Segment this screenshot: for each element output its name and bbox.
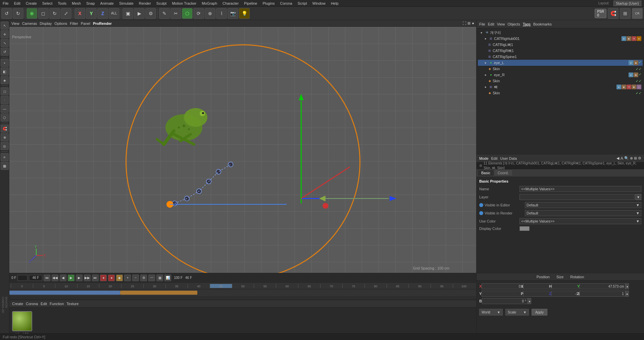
om-tags-btn[interactable]: Tags	[523, 22, 531, 26]
next-frame-btn[interactable]: ▶	[76, 275, 83, 281]
y-pos-input[interactable]	[580, 283, 626, 289]
coord-system-dropdown[interactable]: World ▼	[479, 309, 503, 315]
menu-plugins[interactable]: Plugins	[260, 1, 277, 5]
texture-mode[interactable]: ◧	[1, 67, 9, 76]
next-keyframe-btn[interactable]: ▶▶	[84, 275, 91, 281]
menu-sculpt[interactable]: Sculpt	[154, 1, 169, 5]
vp-display-btn[interactable]: Display	[40, 21, 52, 26]
menu-render[interactable]: Render	[136, 1, 154, 5]
obj-row-skin2[interactable]: ◆ Skin ✓ ✓	[478, 78, 643, 84]
props-mode-btn[interactable]: Mode	[479, 156, 489, 160]
x-axis-btn[interactable]: X	[75, 8, 85, 19]
props-edit-btn[interactable]: Edit	[491, 156, 498, 160]
y-pos-arr[interactable]: ▲	[626, 283, 629, 289]
name-input[interactable]	[519, 186, 641, 192]
visible-render-dropdown[interactable]: Default ▼	[525, 210, 641, 216]
menu-select[interactable]: Select	[40, 1, 55, 5]
extrude-btn[interactable]: ⬡	[182, 8, 193, 19]
snap2-btn[interactable]: ⊞	[620, 8, 631, 19]
menu-snap[interactable]: Snap	[84, 1, 98, 5]
menu-edit[interactable]: Edit	[11, 1, 23, 5]
apply-button[interactable]: Apply	[532, 309, 547, 315]
pt-mode[interactable]: ·	[1, 96, 9, 104]
timeline-btn[interactable]: 📊	[164, 275, 171, 281]
rotate-tool[interactable]: ↺	[1, 48, 9, 56]
light-btn[interactable]: 💡	[239, 8, 250, 19]
mat-edit-btn[interactable]: Edit	[41, 302, 47, 306]
y-axis-btn[interactable]: Y	[86, 8, 97, 19]
menu-animate[interactable]: Animate	[98, 1, 116, 5]
props-userdata-btn[interactable]: User Data	[500, 156, 517, 160]
mat-create-btn[interactable]: Create	[12, 302, 23, 306]
layout-value[interactable]: Startup (User)	[613, 1, 641, 6]
render-region-btn[interactable]: ▣	[122, 8, 133, 19]
render-btn[interactable]: ▶	[134, 8, 145, 19]
vp-cameras-btn[interactable]: Cameras	[22, 21, 37, 26]
select-btn[interactable]: ◻	[38, 8, 49, 19]
scale-tool[interactable]: ⤡	[1, 39, 9, 47]
axis-tool[interactable]: ⊕	[1, 133, 9, 141]
menu-tools[interactable]: Tools	[55, 1, 69, 5]
layers-btn[interactable]: ≡	[1, 153, 9, 161]
prev-keyframe-btn[interactable]: ◀◀	[52, 275, 58, 281]
pi4[interactable]: ⊞	[634, 156, 637, 161]
display-color-swatch[interactable]	[519, 226, 530, 231]
poly-mode[interactable]: ⬡	[1, 113, 9, 122]
mat-corona-btn[interactable]: Corona	[26, 302, 38, 306]
pointer-tool[interactable]: ↖	[1, 21, 9, 30]
z-size-input[interactable]	[580, 291, 626, 297]
obj-mode[interactable]: ◻	[1, 87, 9, 95]
viewport-canvas[interactable]: Perspective	[9, 27, 476, 273]
rotate-btn[interactable]: ↻	[49, 8, 60, 19]
move-tool[interactable]: ✛	[1, 30, 9, 38]
visible-editor-radio[interactable]	[479, 203, 483, 207]
pi2[interactable]: 🔍	[624, 156, 629, 161]
scale-dropdown[interactable]: Scale ▼	[505, 309, 529, 315]
play-btn[interactable]: ▶	[68, 275, 75, 281]
obj-row-skin1[interactable]: ◆ Skin ✓ ✓	[478, 66, 643, 72]
b-rot-input[interactable]	[482, 298, 528, 304]
vp-panel-btn[interactable]: Panel	[81, 21, 90, 26]
obj-row-cathub[interactable]: ▸ ⊞ CATRigHub001 ● ■ ✕ ●	[478, 36, 643, 42]
redo-btn[interactable]: ↻	[13, 8, 23, 19]
snap-btn[interactable]: 🧲	[608, 8, 618, 19]
layer-input[interactable]	[519, 194, 635, 200]
menu-motiontracker[interactable]: Motion Tracker	[169, 1, 199, 5]
menu-pipeline[interactable]: Pipeline	[241, 1, 260, 5]
all-axes-btn[interactable]: ALL	[109, 8, 119, 19]
motion-path-btn[interactable]: 〰	[148, 275, 155, 281]
material-item-1[interactable]: blinn1S0	[12, 311, 32, 336]
snap-tool[interactable]: 🧲	[1, 125, 9, 133]
menu-create[interactable]: Create	[23, 1, 40, 5]
vp-icon1[interactable]: ⛶	[462, 21, 466, 26]
mat-texture-btn[interactable]: Texture	[66, 302, 79, 306]
pi5[interactable]: ⚙	[638, 156, 641, 161]
corona-btn[interactable]: CR	[632, 8, 643, 19]
z-size-arr[interactable]: ▲	[626, 291, 629, 297]
scale-btn[interactable]: ⤢	[61, 8, 71, 19]
om-edit-btn[interactable]: Edit	[488, 22, 494, 26]
add-keyframe-btn[interactable]: +	[124, 275, 131, 281]
vp-prorender-btn[interactable]: ProRender	[93, 21, 112, 26]
auto-key-btn[interactable]: ●	[108, 275, 115, 281]
om-objects-btn[interactable]: Objects	[507, 22, 520, 26]
menu-window[interactable]: Window	[310, 1, 328, 5]
undo-btn[interactable]: ↺	[1, 8, 12, 19]
menu-script[interactable]: Script	[295, 1, 310, 5]
menu-file[interactable]: File	[0, 1, 11, 5]
menu-corona[interactable]: Corona	[278, 1, 295, 5]
vp-icon3[interactable]: ●	[472, 21, 474, 26]
render-settings-btn[interactable]: ⚙	[145, 8, 156, 19]
obj-row-catrigl[interactable]: ⊞ CATRigL뼈1	[478, 42, 643, 48]
frame-current2-input[interactable]	[29, 275, 42, 281]
om-bookmarks-btn[interactable]: Bookmarks	[533, 22, 552, 26]
loop-btn[interactable]: ⟳	[193, 8, 204, 19]
solo-tool[interactable]: ◎	[1, 142, 9, 150]
spline-btn[interactable]: ⌇	[216, 8, 227, 19]
layer-btn[interactable]: ▼	[635, 194, 641, 200]
record-btn[interactable]: ●	[100, 275, 107, 281]
visible-editor-dropdown[interactable]: Default ▼	[525, 202, 641, 208]
play-end-btn[interactable]: ⏭	[92, 275, 99, 281]
obj-row-catrigr[interactable]: ⊞ CATRigR뼈1	[478, 48, 643, 54]
mat-function-btn[interactable]: Function	[50, 302, 64, 306]
